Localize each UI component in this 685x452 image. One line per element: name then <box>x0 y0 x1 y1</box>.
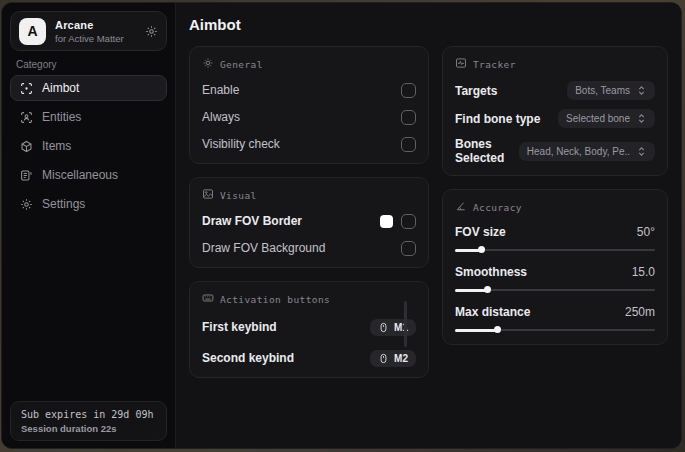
slider-handle[interactable] <box>478 246 485 253</box>
gear-icon <box>20 198 33 211</box>
keybind-row: First keybind M1 <box>202 318 416 336</box>
slider-handle[interactable] <box>484 286 491 293</box>
card-title: Accuracy <box>473 202 522 213</box>
slider-value: 50° <box>637 225 655 239</box>
person-scan-icon <box>20 111 33 124</box>
setting-row: Visibility check <box>202 135 416 153</box>
setting-row: Always <box>202 108 416 126</box>
game-backdrop: A Arcane for Active Matter Category <box>0 0 685 452</box>
mouse-icon <box>378 353 389 364</box>
sidebar-item-label: Entities <box>42 110 81 124</box>
draw-fov-border-checkbox[interactable] <box>401 214 416 229</box>
arcane-window: A Arcane for Active Matter Category <box>1 2 682 449</box>
first-keybind-button[interactable]: M1 <box>370 319 416 336</box>
visibility-check-checkbox[interactable] <box>401 137 416 152</box>
setting-row: Targets Bots, Teams <box>455 81 655 100</box>
card-title: Visual <box>220 190 257 201</box>
max-distance-slider[interactable] <box>455 326 655 334</box>
slider-row: Smoothness 15.0 <box>455 263 655 294</box>
angle-icon <box>455 200 467 214</box>
category-label: Category <box>16 59 57 70</box>
accuracy-card: Accuracy FOV size 50° <box>442 189 668 345</box>
bones-selected-dropdown[interactable]: Head, Neck, Body, Pe.. <box>519 142 655 161</box>
sidebar-nav: Aimbot Entities <box>10 75 167 217</box>
sidebar-item-label: Settings <box>42 197 85 211</box>
visual-card: Visual Draw FOV Border Draw FOV Backgrou… <box>189 177 429 268</box>
sidebar-item-aimbot[interactable]: Aimbot <box>10 75 167 101</box>
page-title: Aimbot <box>189 16 668 33</box>
sidebar-item-label: Miscellaneous <box>42 168 118 182</box>
sidebar-item-settings[interactable]: Settings <box>10 191 167 217</box>
brand-name: Arcane <box>55 19 145 31</box>
card-title: Activation buttons <box>220 294 330 305</box>
mouse-icon <box>378 322 389 333</box>
sidebar-item-items[interactable]: Items <box>10 133 167 159</box>
subscription-card: Sub expires in 29d 09h Session duration … <box>10 401 167 441</box>
setting-row: Enable <box>202 81 416 99</box>
keyboard-icon <box>202 292 214 306</box>
card-title: Tracker <box>473 59 516 70</box>
tracker-card: Tracker Targets Bots, Teams <box>442 46 668 176</box>
setting-row: Find bone type Selected bone <box>455 109 655 128</box>
main-panel: Aimbot General <box>176 3 681 448</box>
second-keybind-button[interactable]: M2 <box>370 350 416 367</box>
unfold-icon <box>636 146 647 157</box>
find-bone-type-dropdown[interactable]: Selected bone <box>558 109 655 128</box>
slider-row: Max distance 250m <box>455 303 655 334</box>
slider-value: 250m <box>625 305 655 319</box>
list-panel-icon <box>20 169 33 182</box>
sidebar: A Arcane for Active Matter Category <box>2 3 176 448</box>
brand-card: A Arcane for Active Matter <box>10 11 167 51</box>
sidebar-item-entities[interactable]: Entities <box>10 104 167 130</box>
setting-row: Bones Selected Head, Neck, Body, Pe.. <box>455 137 655 165</box>
general-card: General Enable Always Visibility check <box>189 46 429 164</box>
always-checkbox[interactable] <box>401 110 416 125</box>
fov-border-color-swatch[interactable] <box>380 215 393 228</box>
sidebar-item-miscellaneous[interactable]: Miscellaneous <box>10 162 167 188</box>
gear-icon[interactable] <box>145 25 158 38</box>
slider-handle[interactable] <box>494 326 501 333</box>
setting-row: Draw FOV Background <box>202 239 416 257</box>
session-duration-text: Session duration 22s <box>21 423 156 434</box>
keybind-row: Second keybind M2 <box>202 349 416 367</box>
brand-logo: A <box>19 18 46 45</box>
radar-pulse-icon <box>455 57 467 71</box>
enable-checkbox[interactable] <box>401 83 416 98</box>
unfold-icon <box>636 113 647 124</box>
card-title: General <box>220 59 263 70</box>
setting-row: Draw FOV Border <box>202 212 416 230</box>
crosshair-icon <box>20 82 33 95</box>
scrollbar[interactable] <box>404 301 407 347</box>
sidebar-item-label: Aimbot <box>42 81 79 95</box>
sub-expires-text: Sub expires in 29d 09h <box>21 409 156 420</box>
image-icon <box>202 188 214 202</box>
slider-row: FOV size 50° <box>455 223 655 254</box>
sun-gear-icon <box>202 57 214 71</box>
activation-buttons-card: Activation buttons First keybind M1 <box>189 281 429 378</box>
cube-icon <box>20 140 33 153</box>
targets-dropdown[interactable]: Bots, Teams <box>567 81 655 100</box>
slider-value: 15.0 <box>632 265 655 279</box>
smoothness-slider[interactable] <box>455 286 655 294</box>
brand-subtitle: for Active Matter <box>55 33 145 44</box>
sidebar-item-label: Items <box>42 139 71 153</box>
fov-size-slider[interactable] <box>455 246 655 254</box>
unfold-icon <box>636 85 647 96</box>
draw-fov-background-checkbox[interactable] <box>401 241 416 256</box>
